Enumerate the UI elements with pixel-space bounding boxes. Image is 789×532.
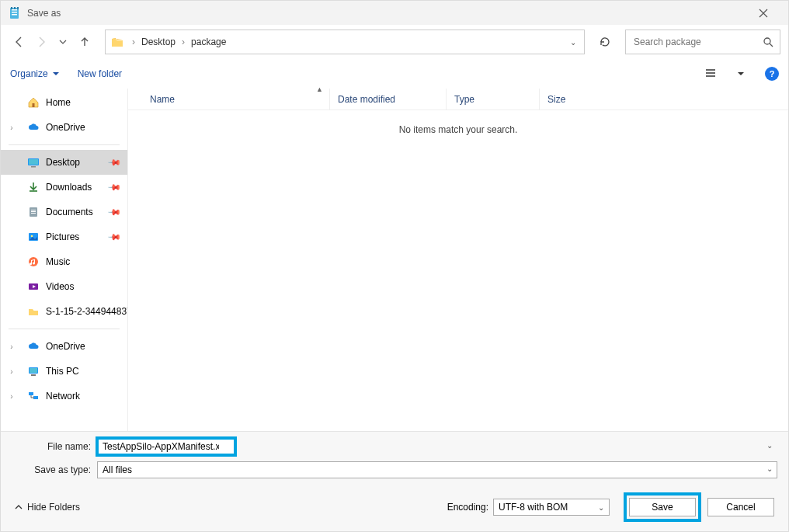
back-button[interactable] — [9, 31, 30, 53]
svg-rect-8 — [33, 103, 35, 107]
col-name[interactable]: Name ▲ — [128, 89, 330, 110]
breadcrumb-item[interactable]: Desktop — [138, 37, 179, 47]
breadcrumb-item[interactable]: package — [188, 37, 229, 47]
breadcrumb-dropdown[interactable]: ⌄ — [570, 38, 579, 47]
svg-rect-22 — [31, 374, 36, 376]
search-box[interactable] — [625, 30, 780, 54]
file-list: No items match your search. — [128, 110, 788, 431]
recent-dropdown[interactable] — [52, 31, 74, 53]
chevron-right-icon[interactable]: › — [7, 123, 16, 132]
chevron-down-icon: ⌄ — [598, 503, 604, 512]
chevron-down-icon[interactable]: ⌄ — [766, 441, 773, 450]
pc-icon — [27, 365, 40, 377]
svg-rect-4 — [11, 7, 12, 9]
svg-rect-2 — [12, 12, 17, 13]
cloud-icon — [27, 340, 40, 353]
svg-rect-1 — [12, 9, 17, 11]
divider — [9, 144, 120, 145]
svg-rect-3 — [12, 14, 17, 16]
help-button[interactable]: ? — [765, 67, 779, 81]
organize-menu[interactable]: Organize — [10, 68, 59, 79]
search-icon — [763, 37, 773, 47]
tree-downloads[interactable]: Downloads 📌 — [1, 175, 127, 200]
save-as-dialog: Save as › Desktop › package ⌄ — [0, 0, 789, 532]
svg-rect-10 — [29, 159, 38, 165]
filename-input[interactable] — [97, 438, 235, 455]
footer-row: Hide Folders Encoding: UTF-8 with BOM ⌄ … — [12, 485, 777, 531]
sort-asc-icon: ▲ — [316, 85, 323, 93]
refresh-button[interactable] — [593, 30, 617, 54]
close-button[interactable] — [746, 1, 780, 25]
savetype-combo[interactable]: All files — [97, 461, 777, 478]
svg-point-7 — [764, 38, 770, 44]
pin-icon: 📌 — [106, 229, 121, 244]
pin-icon: 📌 — [106, 155, 121, 169]
app-icon — [9, 7, 21, 19]
savetype-label: Save as type: — [12, 464, 97, 475]
encoding-combo[interactable]: UTF-8 with BOM ⌄ — [493, 499, 610, 516]
network-icon — [27, 390, 40, 402]
tree-home[interactable]: Home — [1, 90, 127, 115]
pin-icon: 📌 — [106, 204, 121, 219]
videos-icon — [27, 280, 40, 293]
tree-documents[interactable]: Documents 📌 — [1, 200, 127, 224]
cancel-button[interactable]: Cancel — [707, 498, 774, 516]
save-button[interactable]: Save — [629, 498, 696, 516]
tree-onedrive[interactable]: › OneDrive — [1, 115, 127, 140]
tree-sid-folder[interactable]: S-1-15-2-344944837... — [1, 299, 127, 324]
hide-folders-button[interactable]: Hide Folders — [15, 502, 80, 513]
svg-rect-21 — [30, 368, 37, 373]
new-folder-button[interactable]: New folder — [78, 68, 122, 79]
filename-highlight — [97, 438, 235, 455]
svg-rect-6 — [17, 7, 19, 9]
home-icon — [27, 96, 40, 109]
filename-label: File name: — [12, 441, 97, 452]
chevron-right-icon[interactable]: › — [7, 342, 16, 351]
cloud-icon — [27, 121, 40, 134]
divider — [9, 329, 120, 329]
file-list-pane: Name ▲ Date modified Type Size No items … — [128, 89, 788, 431]
download-icon — [27, 181, 40, 193]
chevron-down-icon — [53, 71, 59, 77]
up-button[interactable] — [74, 31, 96, 53]
col-type[interactable]: Type — [447, 89, 540, 110]
forward-button[interactable] — [30, 31, 52, 53]
chevron-right-icon: › — [179, 37, 188, 47]
tree-videos[interactable]: Videos — [1, 274, 127, 299]
svg-rect-13 — [31, 210, 36, 210]
search-input[interactable] — [632, 36, 763, 48]
svg-point-18 — [29, 257, 38, 266]
pictures-icon — [27, 231, 40, 243]
view-list-icon[interactable] — [700, 63, 721, 85]
chevron-right-icon[interactable]: › — [7, 392, 16, 401]
svg-rect-15 — [31, 213, 36, 214]
save-fields: File name: ⌄ Save as type: All files ⌄ — [1, 431, 788, 531]
svg-rect-23 — [29, 392, 33, 395]
col-date[interactable]: Date modified — [330, 89, 447, 110]
breadcrumb[interactable]: › Desktop › package ⌄ — [105, 30, 585, 54]
nav-tree: Home › OneDrive Desktop 📌 Downloads 📌 Do… — [1, 89, 128, 431]
col-size[interactable]: Size — [540, 89, 610, 110]
empty-message: No items match your search. — [399, 124, 518, 431]
view-dropdown[interactable] — [735, 63, 746, 85]
tree-desktop[interactable]: Desktop 📌 — [1, 150, 127, 175]
column-headers: Name ▲ Date modified Type Size — [128, 89, 788, 110]
save-highlight: Save — [624, 492, 701, 522]
svg-rect-14 — [31, 211, 36, 212]
tree-onedrive-2[interactable]: › OneDrive — [1, 334, 127, 359]
nav-row: › Desktop › package ⌄ — [1, 25, 788, 59]
encoding-label: Encoding: — [447, 502, 488, 513]
chevron-right-icon[interactable]: › — [7, 367, 16, 376]
tree-music[interactable]: Music — [1, 249, 127, 274]
tree-pictures[interactable]: Pictures 📌 — [1, 224, 127, 249]
tree-network[interactable]: › Network — [1, 384, 127, 409]
svg-rect-5 — [14, 7, 16, 9]
chevron-up-icon — [15, 503, 23, 511]
music-icon — [27, 256, 40, 268]
title-bar: Save as — [1, 1, 788, 25]
svg-point-17 — [31, 235, 33, 238]
window-title: Save as — [27, 8, 61, 19]
dialog-body: Home › OneDrive Desktop 📌 Downloads 📌 Do… — [1, 89, 788, 431]
tree-this-pc[interactable]: › This PC — [1, 359, 127, 384]
documents-icon — [27, 206, 40, 218]
